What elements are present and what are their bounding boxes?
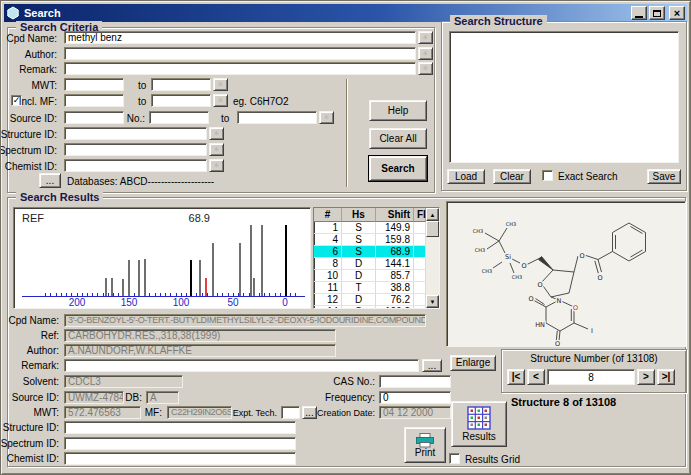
databases-button[interactable]: ... — [39, 173, 61, 188]
table-row[interactable]: 12D76.2 — [314, 294, 426, 306]
result-remark-input[interactable] — [64, 359, 419, 372]
atom-ch3: CH3 — [473, 228, 483, 234]
axis-tick — [134, 293, 135, 296]
scroll-thumb[interactable] — [426, 221, 439, 237]
axis-tick — [108, 293, 109, 296]
table-header-shift[interactable]: Shift — [376, 208, 414, 222]
expt-tech-input[interactable] — [281, 406, 300, 419]
ellipsis-icon: ... — [305, 408, 313, 418]
table-cell: 85.7 — [376, 270, 414, 282]
prev-structure-button[interactable]: < — [527, 369, 545, 385]
search-window: Search × Search Criteria Cpd Name: ✳ Aut… — [0, 0, 691, 475]
scroll-up-button[interactable]: ▲ — [426, 208, 439, 221]
atom-o: O — [521, 262, 526, 270]
table-header-flag[interactable]: Flag — [414, 208, 426, 222]
spectrum-peak — [250, 225, 252, 296]
result-spectrum-id-input[interactable] — [64, 437, 296, 450]
atom-hn: HN — [535, 321, 545, 329]
structure-id-input[interactable] — [64, 127, 207, 140]
table-row[interactable]: 14S106.2 — [314, 306, 426, 308]
table-cell: S — [342, 234, 376, 246]
table-header-hs[interactable]: Hs — [342, 208, 376, 222]
mf-from-input[interactable] — [64, 94, 124, 107]
cpd-name-input[interactable] — [64, 31, 416, 44]
spectrum-peak — [122, 279, 124, 296]
axis-tick — [280, 293, 281, 296]
spectrum-peak — [190, 260, 192, 296]
table-scrollbar[interactable]: ▲ ▼ — [426, 208, 439, 308]
source-no-to-input[interactable] — [237, 111, 317, 124]
source-id-input[interactable] — [64, 111, 124, 124]
clear-all-button[interactable]: Clear All — [369, 128, 427, 149]
spectrum-peak — [285, 225, 287, 296]
sparkle-icon: ✳ — [323, 114, 330, 122]
author-input[interactable] — [64, 47, 416, 60]
remark-options-button[interactable]: ✳ — [418, 62, 433, 75]
source-no-from-input[interactable] — [149, 111, 209, 124]
first-structure-button[interactable]: |< — [507, 369, 525, 385]
result-chemist-id-input[interactable] — [64, 452, 296, 465]
spectrum-id-options-button[interactable]: ✳ — [209, 143, 224, 156]
close-button[interactable]: × — [669, 6, 685, 20]
table-cell — [414, 258, 426, 270]
table-row[interactable]: 4S159.8 — [314, 234, 426, 246]
load-button[interactable]: Load — [447, 169, 485, 184]
save-button[interactable]: Save — [647, 169, 681, 184]
result-structure-id-input[interactable] — [64, 421, 296, 434]
axis-tick — [269, 293, 270, 296]
structure-viewer[interactable]: O O O O Si N HN O O I O CH3 CH3 CH3 CH3 … — [446, 201, 686, 347]
chemist-id-options-button[interactable]: ✳ — [209, 159, 224, 172]
spectrum-id-input[interactable] — [64, 143, 207, 156]
help-button[interactable]: Help — [369, 100, 427, 121]
frequency-input[interactable] — [379, 391, 451, 404]
author-options-button[interactable]: ✳ — [418, 47, 433, 60]
scroll-down-button[interactable]: ▼ — [426, 295, 439, 308]
structure-search-canvas[interactable] — [449, 31, 679, 163]
expt-tech-more-button[interactable]: ... — [302, 406, 317, 419]
exact-search-checkbox[interactable] — [542, 170, 553, 181]
axis-tick — [243, 293, 244, 296]
remark-more-button[interactable]: ... — [422, 359, 442, 372]
criteria-separator — [346, 79, 347, 187]
mwt-options-button[interactable]: ✳ — [213, 78, 228, 91]
minimize-button[interactable] — [631, 6, 647, 20]
structure-id-label: Structure ID: — [1, 129, 57, 140]
mf-options-button[interactable]: ✳ — [213, 94, 228, 107]
structure-id-options-button[interactable]: ✳ — [209, 127, 224, 140]
results-grid-checkbox[interactable] — [449, 453, 460, 464]
table-header-num[interactable]: # — [314, 208, 342, 222]
clear-button[interactable]: Clear — [493, 169, 531, 184]
table-row[interactable]: 6S68.9 — [314, 246, 426, 258]
remark-input[interactable] — [64, 62, 416, 75]
table-row[interactable]: 10D85.7 — [314, 270, 426, 282]
table-cell: 10 — [314, 270, 342, 282]
chemist-id-input[interactable] — [64, 159, 207, 172]
print-button[interactable]: Print — [404, 427, 446, 463]
sparkle-icon: ✳ — [422, 50, 429, 58]
table-row[interactable]: 11T38.8 — [314, 282, 426, 294]
table-row[interactable]: 8D144.1 — [314, 258, 426, 270]
table-cell — [414, 294, 426, 306]
maximize-button[interactable] — [649, 6, 665, 20]
cas-input[interactable] — [379, 375, 451, 388]
next-structure-button[interactable]: > — [637, 369, 655, 385]
expt-tech-label: Expt. Tech. — [233, 408, 277, 418]
search-button[interactable]: Search — [369, 156, 427, 181]
enlarge-button[interactable]: Enlarge — [450, 355, 496, 371]
source-options-button[interactable]: ✳ — [319, 111, 334, 124]
axis-tick — [202, 293, 203, 296]
axis-tick-label: 100 — [169, 297, 193, 308]
last-structure-button[interactable]: >| — [657, 369, 675, 385]
table-row[interactable]: 1S149.9 — [314, 222, 426, 234]
app-icon — [6, 6, 20, 20]
mwt-to-input[interactable] — [151, 78, 211, 91]
structure-number-input[interactable] — [547, 369, 635, 385]
frequency-label: Frequency: — [325, 392, 375, 403]
spectrum-plot[interactable]: REF 68.9 200150100500 — [13, 207, 311, 309]
mwt-from-input[interactable] — [64, 78, 124, 91]
results-button[interactable]: Results — [451, 401, 507, 447]
mf-to-input[interactable] — [151, 94, 211, 107]
table-cell: 68.9 — [376, 246, 414, 258]
cpd-name-options-button[interactable]: ✳ — [418, 31, 433, 44]
window-title: Search — [24, 7, 61, 19]
